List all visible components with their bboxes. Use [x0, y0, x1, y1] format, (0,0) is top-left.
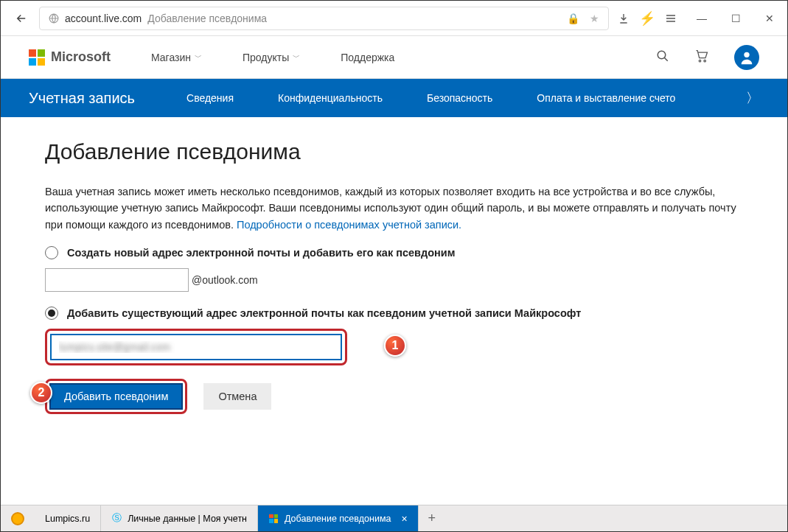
- svg-point-3: [704, 60, 706, 62]
- tab-add-alias[interactable]: Добавление псевдонима ×: [258, 505, 419, 531]
- search-icon[interactable]: [656, 49, 669, 66]
- skype-icon: Ⓢ: [111, 514, 122, 524]
- tab-lumpics[interactable]: Lumpics.ru: [35, 505, 101, 531]
- svg-point-1: [658, 51, 666, 59]
- brand-text: Microsoft: [51, 49, 111, 65]
- browser-home-icon[interactable]: [11, 512, 24, 525]
- new-email-input[interactable]: [45, 268, 189, 292]
- subnav-privacy[interactable]: Конфиденциальность: [278, 92, 383, 104]
- radio-existing[interactable]: [45, 307, 58, 320]
- callout-outline-1: [45, 329, 347, 365]
- callout-outline-2: Добавить псевдоним: [45, 379, 187, 414]
- menu-icon[interactable]: [662, 10, 680, 27]
- globe-icon: [49, 13, 59, 24]
- minimize-button[interactable]: —: [693, 10, 711, 27]
- new-email-row: @outlook.com: [45, 268, 743, 292]
- svg-point-4: [744, 52, 749, 57]
- browser-toolbar: account.live.com Добавление псевдонима 🔒…: [1, 1, 787, 36]
- lock-icon: 🔒: [567, 13, 579, 24]
- radio-existing-label: Добавить существующий адрес электронной …: [67, 307, 581, 319]
- window-controls: — ☐ ✕: [693, 10, 778, 27]
- existing-email-input[interactable]: [50, 334, 342, 360]
- email-suffix: @outlook.com: [192, 274, 258, 286]
- header-right: [656, 45, 759, 70]
- main-content: Добавление псевдонима Ваша учетная запис…: [1, 117, 787, 436]
- main-nav: Магазин﹀ Продукты﹀ Поддержка: [151, 52, 394, 63]
- chevron-down-icon: ﹀: [195, 52, 202, 63]
- cart-icon[interactable]: [694, 49, 709, 66]
- close-button[interactable]: ✕: [761, 10, 778, 27]
- subnav-next-arrow[interactable]: 〉: [746, 89, 759, 107]
- site-header: Microsoft Магазин﹀ Продукты﹀ Поддержка: [1, 36, 787, 79]
- nav-store[interactable]: Магазин﹀: [151, 52, 202, 63]
- cancel-button[interactable]: Отмена: [203, 383, 271, 410]
- subnav-security[interactable]: Безопасность: [427, 92, 492, 104]
- url-path: Добавление псевдонима: [147, 13, 267, 24]
- subnav-billing[interactable]: Оплата и выставление счето: [537, 92, 675, 104]
- nav-back-button[interactable]: [10, 7, 33, 30]
- address-icons: 🔒 ★: [567, 13, 599, 24]
- nav-support[interactable]: Поддержка: [341, 52, 394, 63]
- maximize-button[interactable]: ☐: [727, 10, 745, 27]
- radio-new-label: Создать новый адрес электронной почты и …: [67, 247, 455, 259]
- intro-text: Ваша учетная запись может иметь нескольк…: [45, 183, 743, 233]
- nav-products[interactable]: Продукты﹀: [243, 52, 300, 63]
- logo-icon: [29, 49, 45, 66]
- url-domain: account.live.com: [65, 13, 142, 24]
- svg-point-2: [699, 60, 701, 62]
- microsoft-logo[interactable]: Microsoft: [29, 49, 111, 66]
- ms-tab-icon: [268, 514, 279, 524]
- chevron-down-icon: ﹀: [293, 52, 300, 63]
- page-title: Добавление псевдонима: [45, 139, 743, 164]
- subnav-items: Сведения Конфиденциальность Безопасность…: [186, 92, 675, 104]
- star-icon[interactable]: ★: [590, 13, 599, 24]
- radio-new[interactable]: [45, 246, 58, 259]
- account-subnav: Учетная запись Сведения Конфиденциальнос…: [1, 79, 787, 117]
- address-bar[interactable]: account.live.com Добавление псевдонима 🔒…: [39, 7, 609, 30]
- add-alias-button[interactable]: Добавить псевдоним: [49, 383, 183, 410]
- extension-icon[interactable]: ⚡: [638, 10, 656, 27]
- alias-details-link[interactable]: Подробности о псевдонимах учетной записи…: [237, 219, 461, 231]
- option-new-email[interactable]: Создать новый адрес электронной почты и …: [45, 246, 743, 259]
- browser-tabbar: Lumpics.ru Ⓢ Личные данные | Моя учетн Д…: [1, 505, 787, 531]
- existing-email-wrap: 1: [45, 329, 743, 365]
- new-tab-button[interactable]: +: [419, 511, 445, 526]
- tab-personal-data[interactable]: Ⓢ Личные данные | Моя учетн: [101, 505, 258, 531]
- button-row: 2 Добавить псевдоним Отмена: [45, 379, 743, 414]
- subnav-info[interactable]: Сведения: [186, 92, 234, 104]
- option-existing-email[interactable]: Добавить существующий адрес электронной …: [45, 307, 743, 320]
- tab-close-icon[interactable]: ×: [401, 513, 407, 525]
- avatar[interactable]: [734, 45, 759, 70]
- callout-badge-1: 1: [384, 335, 406, 357]
- download-icon[interactable]: [615, 10, 632, 27]
- subnav-title: Учетная запись: [29, 90, 135, 107]
